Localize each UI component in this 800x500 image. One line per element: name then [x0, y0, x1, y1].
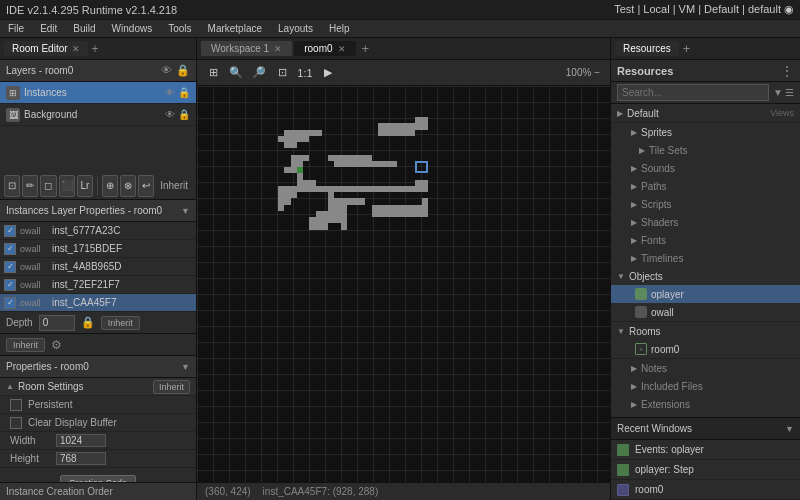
instance-item-1[interactable]: ✓ owall inst_1715BDEF — [0, 240, 196, 258]
room0-tab-close[interactable]: ✕ — [338, 44, 346, 54]
undo-tool[interactable]: ↩ — [138, 175, 154, 197]
inst-name-0: inst_6777A23C — [52, 225, 192, 236]
room-settings-header[interactable]: ▲ Room Settings Inherit — [0, 378, 196, 396]
workspace-tab[interactable]: Workspace 1 ✕ — [201, 41, 292, 56]
menu-item-layouts[interactable]: Layouts — [274, 23, 317, 34]
res-item-timelines[interactable]: ▶ Timelines — [611, 249, 800, 267]
resources-label-row: Resources ⋮ — [611, 60, 800, 82]
layer-item-background[interactable]: 🖼 Background 👁 🔒 — [0, 104, 196, 126]
zoom-out-btn[interactable]: 🔍 — [226, 63, 246, 83]
props-collapse[interactable]: ▼ — [181, 362, 190, 372]
instance-item-3[interactable]: ✓ owall inst_72EF21F7 — [0, 276, 196, 294]
layer-lock-icon[interactable]: 🔒 — [176, 64, 190, 77]
height-row: Height — [0, 450, 196, 468]
res-subitem-owall[interactable]: owall — [611, 303, 800, 321]
res-subitem-room0[interactable]: + room0 — [611, 340, 800, 358]
inst-type-1: owall — [20, 244, 48, 254]
inst-check-2[interactable]: ✓ — [4, 261, 16, 273]
res-item-scripts[interactable]: ▶ Scripts — [611, 195, 800, 213]
res-item-sprites[interactable]: ▶ Sprites — [611, 123, 800, 141]
menu-item-tools[interactable]: Tools — [164, 23, 195, 34]
depth-lock-icon[interactable]: 🔒 — [81, 316, 95, 329]
res-item-paths[interactable]: ▶ Paths — [611, 177, 800, 195]
instances-eye-icon[interactable]: 👁 — [165, 87, 175, 98]
zoom-in-btn[interactable]: 🔎 — [249, 63, 269, 83]
menu-item-marketplace[interactable]: Marketplace — [204, 23, 266, 34]
paste-tool[interactable]: ⊗ — [120, 175, 136, 197]
workspace-tab-close[interactable]: ✕ — [274, 44, 282, 54]
inherit-btn[interactable]: Inherit — [6, 338, 45, 352]
grid-toggle-btn[interactable]: ⊞ — [203, 63, 223, 83]
width-input[interactable] — [56, 434, 106, 447]
inst-check-0[interactable]: ✓ — [4, 225, 16, 237]
tile-13 — [359, 161, 390, 167]
fill-tool[interactable]: ⬛ — [59, 175, 75, 197]
width-row: Width — [0, 432, 196, 450]
instance-order-bar[interactable]: Instance Creation Order — [0, 482, 196, 500]
res-item-tilesets[interactable]: ▶ Tile Sets — [611, 141, 800, 159]
line-tool[interactable]: Lr — [77, 175, 93, 197]
gear-icon[interactable]: ⚙ — [51, 338, 62, 352]
layer-visibility-icon[interactable]: 👁 — [161, 64, 172, 77]
menu-item-edit[interactable]: Edit — [36, 23, 61, 34]
res-item-extensions[interactable]: ▶ Extensions — [611, 395, 800, 413]
res-item-included-files[interactable]: ▶ Included Files — [611, 377, 800, 395]
inst-check-1[interactable]: ✓ — [4, 243, 16, 255]
res-subitem-oplayer[interactable]: oplayer — [611, 285, 800, 303]
inst-check-3[interactable]: ✓ — [4, 279, 16, 291]
room-editor-tab-close[interactable]: ✕ — [72, 44, 80, 54]
recent-item-oplayer-step[interactable]: oplayer: Step — [611, 460, 800, 480]
layer-item-instances[interactable]: ⊞ Instances 👁 🔒 — [0, 82, 196, 104]
background-eye-icon[interactable]: 👁 — [165, 109, 175, 120]
res-group-objects: ▼ Objects oplayer owall — [611, 267, 800, 322]
objects-arrow: ▼ — [617, 272, 625, 281]
select-tool[interactable]: ⊡ — [4, 175, 20, 197]
room-settings-inherit-btn[interactable]: Inherit — [153, 380, 190, 394]
height-input[interactable] — [56, 452, 106, 465]
instance-item-2[interactable]: ✓ owall inst_4A8B965D — [0, 258, 196, 276]
tab-add-btn[interactable]: + — [362, 41, 370, 56]
depth-inherit-btn[interactable]: Inherit — [101, 316, 140, 330]
resources-menu-btn[interactable]: ⋮ — [780, 63, 794, 79]
menu-item-windows[interactable]: Windows — [108, 23, 157, 34]
recent-windows-header[interactable]: Recent Windows ▼ — [611, 418, 800, 440]
instance-item-0[interactable]: ✓ owall inst_6777A23C — [0, 222, 196, 240]
search-dropdown-icon[interactable]: ▼ — [773, 87, 783, 98]
recent-item-room0[interactable]: room0 — [611, 480, 800, 500]
res-item-sounds[interactable]: ▶ Sounds — [611, 159, 800, 177]
background-lock-icon[interactable]: 🔒 — [178, 109, 190, 120]
res-group-objects-header[interactable]: ▼ Objects — [611, 267, 800, 285]
res-item-shaders[interactable]: ▶ Shaders — [611, 213, 800, 231]
play-btn[interactable]: ▶ — [318, 63, 338, 83]
res-item-fonts[interactable]: ▶ Fonts — [611, 231, 800, 249]
inst-check-4[interactable]: ✓ — [4, 297, 16, 309]
resources-tab[interactable]: Resources — [615, 41, 679, 56]
res-group-default-header[interactable]: ▶ Default Views — [611, 104, 800, 122]
instance-status: inst_CAA45F7: (928, 288) — [263, 486, 379, 497]
canvas-area[interactable] — [197, 86, 610, 482]
panel-tab-add[interactable]: + — [92, 42, 99, 56]
room0-tab[interactable]: room0 ✕ — [294, 41, 355, 56]
instances-lock-icon[interactable]: 🔒 — [178, 87, 190, 98]
menu-item-help[interactable]: Help — [325, 23, 354, 34]
fit-view-btn[interactable]: ⊡ — [272, 63, 292, 83]
res-item-notes[interactable]: ▶ Notes — [611, 359, 800, 377]
search-options-icon[interactable]: ☰ — [785, 87, 794, 98]
persistent-checkbox[interactable] — [10, 399, 22, 411]
resources-tab-add[interactable]: + — [683, 41, 691, 56]
copy-tool[interactable]: ⊕ — [102, 175, 118, 197]
recent-item-events-oplayer[interactable]: Events: oplayer — [611, 440, 800, 460]
menu-item-build[interactable]: Build — [69, 23, 99, 34]
pencil-tool[interactable]: ✏ — [22, 175, 38, 197]
res-group-rooms-header[interactable]: ▼ Rooms — [611, 322, 800, 340]
eraser-tool[interactable]: ◻ — [40, 175, 56, 197]
instances-layer-collapse[interactable]: ▼ — [181, 206, 190, 216]
room-editor-tab[interactable]: Room Editor ✕ — [4, 41, 88, 56]
creation-code-btn[interactable]: Creation Code — [60, 475, 136, 482]
menu-item-file[interactable]: File — [4, 23, 28, 34]
instance-item-4[interactable]: ✓ owall inst_CAA45F7 — [0, 294, 196, 312]
clear-display-checkbox[interactable] — [10, 417, 22, 429]
depth-input[interactable] — [39, 315, 75, 331]
resources-search-input[interactable] — [617, 84, 769, 101]
zoom-reset-btn[interactable]: 1:1 — [295, 63, 315, 83]
